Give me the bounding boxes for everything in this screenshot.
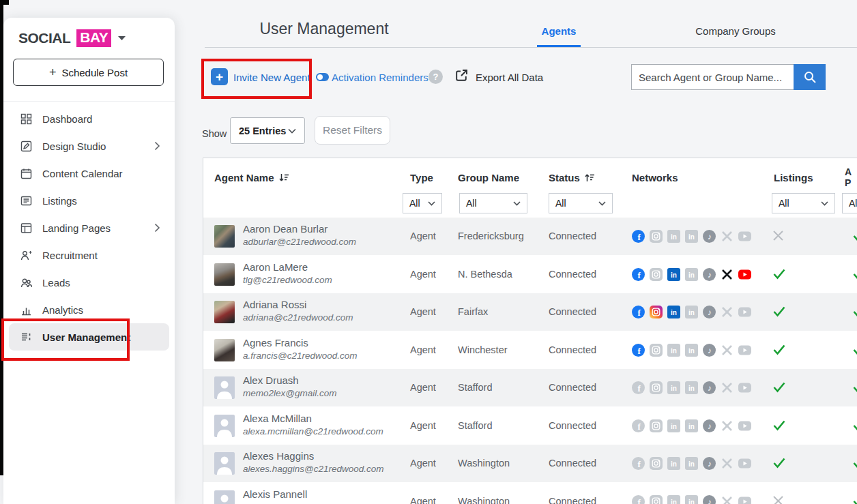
dashboard-icon [20,113,32,125]
tiktok-icon: ♪ [703,344,716,357]
design-studio-icon [20,140,32,152]
search-input[interactable] [631,64,794,90]
sidebar-menu: DashboardDesign StudioContent CalendarLi… [9,105,169,351]
sidebar-item-leads[interactable]: Leads [9,269,169,296]
activation-reminders-toggle[interactable] [316,73,329,81]
facebook-icon: f [632,230,645,243]
svg-text:in: in [671,271,677,278]
sidebar-item-analytics[interactable]: Analytics [9,296,169,323]
chevron-down-icon [428,201,435,206]
activation-reminders-label[interactable]: Activation Reminders [332,72,428,83]
svg-text:f: f [637,270,641,280]
networks-icons: finin♪ [632,419,751,432]
agent-status: Connected [549,344,596,355]
linkedin-icon: in [667,268,680,281]
sidebar-item-user-management[interactable]: User Management [9,323,169,351]
table-row: Aaron Dean Burlaradburlar@c21redwood.com… [203,218,857,255]
avatar [214,263,235,286]
chevron-right-icon [154,141,160,151]
clipped-filter-select[interactable]: All [842,193,857,213]
svg-text:in: in [671,346,677,354]
tab-company-groups[interactable]: Company Groups [695,25,776,37]
sidebar-item-dashboard[interactable]: Dashboard [9,105,169,132]
tiktok-icon: ♪ [703,381,716,394]
linkedin-icon: in [667,381,680,394]
agent-email: alexis.pannell@c21redwood.com [243,502,378,504]
x-icon [721,306,733,318]
sidebar-item-content-calendar[interactable]: Content Calendar [9,160,169,187]
agent-group: Washington [458,496,510,504]
entries-per-page-select[interactable]: 25 Entries [230,117,305,144]
x-icon [721,344,733,357]
sidebar-item-landing-pages[interactable]: Landing Pages [9,214,169,241]
clipped-check-icon [852,457,857,469]
table-row: Alex Druashmemo2lex@gmail.comAgentStaffo… [203,369,857,406]
avatar [214,415,235,437]
networks-icons: finin♪ [632,381,751,394]
column-header-listings[interactable]: Listings [774,172,813,183]
chevron-right-icon [154,223,160,233]
agent-email: tlg@c21redwood.com [243,275,332,285]
svg-text:♪: ♪ [708,497,712,504]
page-title: User Management [225,20,423,38]
column-header-agent-name[interactable]: Agent Name [214,172,289,183]
sidebar-item-recruitment[interactable]: Recruitment [9,241,169,269]
instagram-icon [650,306,663,318]
linkedin2-icon: in [685,306,698,318]
agent-status: Connected [549,420,596,431]
agent-name: Aaron Dean Burlar [243,223,328,235]
agent-name: Adriana Rossi [243,299,306,310]
svg-text:♪: ♪ [708,308,712,317]
youtube-icon [738,268,751,281]
invite-new-agent-plus-icon[interactable]: + [211,68,228,85]
instagram-icon [650,344,663,357]
linkedin2-icon: in [685,495,698,504]
networks-icons: finin♪ [632,306,751,318]
agent-type: Agent [410,269,436,280]
sort-descending-icon [279,173,289,182]
svg-text:in: in [688,271,695,278]
linkedin2-icon: in [685,419,698,432]
tab-agents[interactable]: Agents [525,25,593,37]
sidebar-item-label: Recruitment [42,250,98,261]
sidebar-item-label: Content Calendar [42,168,123,179]
sidebar-item-design-studio[interactable]: Design Studio [9,132,169,160]
youtube-icon [738,495,751,504]
brand-logo[interactable]: SOCIALBAY [18,29,126,48]
agent-status: Connected [549,231,596,241]
svg-text:in: in [688,346,695,354]
user-management-page: { "colors": { "annotation_red": "#e31212… [0,0,857,504]
agent-group: N. Bethesda [458,269,512,280]
reset-filters-button[interactable]: Reset Filters [315,116,390,145]
column-header-status[interactable]: Status [549,172,595,183]
help-icon[interactable]: ? [428,70,443,84]
sidebar-item-listings[interactable]: Listings [9,187,169,214]
sidebar-item-label: User Management [42,331,130,343]
chevron-down-icon[interactable] [117,35,126,42]
group-filter-select[interactable]: All [459,193,527,213]
type-filter-select[interactable]: All [403,193,442,213]
schedule-post-button[interactable]: + Schedule Post [13,59,164,86]
agent-status: Connected [549,382,596,393]
listings-x-icon [772,230,784,241]
invite-new-agent-button[interactable]: Invite New Agent [233,72,310,83]
tiktok-icon: ♪ [703,457,716,470]
export-all-data-button[interactable]: Export All Data [476,72,543,83]
listings-check-icon [772,268,786,280]
youtube-icon [738,306,751,318]
agent-group: Stafford [458,382,493,393]
agent-type: Agent [410,306,436,317]
column-header-type[interactable]: Type [410,172,433,183]
search-button[interactable] [794,64,826,90]
export-icon[interactable] [454,68,469,83]
youtube-icon [738,230,751,243]
column-header-group-name[interactable]: Group Name [458,172,519,183]
agent-name: Alex Druash [243,374,299,386]
linkedin-icon: in [667,344,680,357]
listings-filter-select[interactable]: All [772,193,835,213]
svg-text:in: in [671,385,677,392]
status-filter-select[interactable]: All [549,193,613,213]
listings-icon [20,195,32,207]
x-icon [721,230,733,243]
x-icon [721,419,733,432]
